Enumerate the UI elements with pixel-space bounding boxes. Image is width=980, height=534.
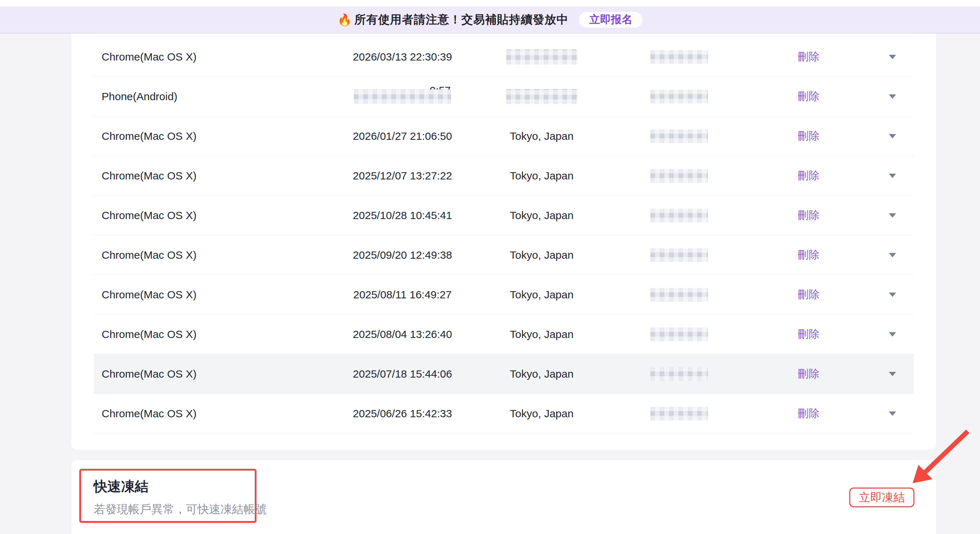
table-row: Chrome(Mac OS X) 2025/06/26 15:42:33 Tok… — [94, 394, 914, 434]
chevron-down-icon[interactable] — [889, 292, 896, 297]
top-strip — [0, 0, 980, 6]
delete-link[interactable]: 刪除 — [798, 248, 820, 262]
quick-freeze-card: 快速凍結 若發現帳戶異常，可快速凍結帳號 立即凍結 — [72, 460, 936, 534]
device-label: Chrome(Mac OS X) — [94, 315, 333, 354]
device-label: Phone(Android) — [94, 77, 333, 116]
ip-address — [612, 275, 746, 314]
blurred-ip-address — [650, 169, 708, 183]
quick-freeze-description: 若發現帳戶異常，可快速凍結帳號 — [94, 502, 267, 517]
delete-link[interactable]: 刪除 — [798, 287, 820, 302]
table-row: Chrome(Mac OS X) 2025/07/18 15:44:06 Tok… — [94, 354, 914, 394]
ip-address — [612, 156, 746, 195]
ip-address — [612, 394, 746, 433]
chevron-down-icon[interactable] — [889, 372, 896, 376]
login-location — [472, 37, 612, 76]
device-label: Chrome(Mac OS X) — [94, 116, 333, 156]
delete-link[interactable]: 刪除 — [798, 49, 820, 64]
login-time: 2026/03/13 22:30:39 — [333, 37, 472, 76]
login-location: Tokyo, Japan — [472, 235, 612, 275]
login-time: 2025/09/20 12:49:38 — [333, 235, 472, 275]
device-label: Chrome(Mac OS X) — [94, 354, 333, 394]
blurred-ip-address — [650, 367, 708, 381]
login-time: 2025/12/07 13:27:22 — [333, 156, 472, 195]
delete-link[interactable]: 刪除 — [798, 366, 820, 381]
announcement-text: 🔥 所有使用者請注意！交易補貼持續發放中 — [337, 12, 568, 28]
freeze-now-button[interactable]: 立即凍結 — [849, 488, 915, 507]
table-row: Chrome(Mac OS X) 2025/08/11 16:49:27 Tok… — [94, 275, 914, 315]
ip-address — [612, 235, 746, 275]
ip-address — [612, 37, 746, 76]
table-row: Chrome(Mac OS X) 2025/08/04 13:26:40 Tok… — [94, 315, 914, 354]
device-label: Chrome(Mac OS X) — [94, 235, 333, 275]
delete-link[interactable]: 刪除 — [798, 327, 820, 342]
device-label: Chrome(Mac OS X) — [94, 195, 333, 235]
ip-address — [612, 195, 746, 235]
chevron-down-icon[interactable] — [889, 55, 896, 59]
table-rows: Chrome(Mac OS X) 2026/03/13 22:30:39 刪除 … — [94, 37, 914, 434]
ip-address — [612, 354, 746, 394]
devices-table: Chrome(Mac OS X) 2026/03/13 22:30:39 刪除 … — [72, 33, 936, 434]
login-time: 2025/07/18 15:44:06 — [333, 354, 472, 394]
table-row: Chrome(Mac OS X) 2025/09/20 12:49:38 Tok… — [94, 235, 914, 275]
blurred-ip-address — [650, 50, 708, 64]
table-row: Chrome(Mac OS X) 2025/12/07 13:27:22 Tok… — [94, 156, 914, 195]
login-time: 2025/10/28 10:45:41 — [333, 195, 472, 235]
blurred-ip-address — [650, 129, 708, 143]
fire-icon: 🔥 — [337, 13, 352, 27]
blurred-ip-address — [650, 90, 708, 103]
chevron-down-icon[interactable] — [889, 213, 896, 218]
blurred-ip-address — [650, 407, 708, 421]
login-location: Tokyo, Japan — [472, 116, 612, 156]
chevron-down-icon[interactable] — [889, 412, 896, 416]
table-row: Chrome(Mac OS X) 2025/10/28 10:45:41 Tok… — [94, 195, 914, 235]
chevron-down-icon[interactable] — [889, 134, 896, 138]
login-time: 2025/08/04 13:26:40 — [333, 315, 472, 354]
blurred-ip-address — [650, 209, 708, 222]
blurred-location — [506, 89, 578, 104]
delete-link[interactable]: 刪除 — [798, 406, 820, 421]
announcement-banner: 🔥 所有使用者請注意！交易補貼持續發放中 立即报名 — [0, 6, 980, 33]
delete-link[interactable]: 刪除 — [798, 89, 820, 104]
devices-table-card: Chrome(Mac OS X) 2026/03/13 22:30:39 刪除 … — [72, 33, 936, 450]
announcement-text-label: 所有使用者請注意！交易補貼持續發放中 — [354, 12, 568, 28]
device-label: Chrome(Mac OS X) — [94, 275, 333, 314]
delete-link[interactable]: 刪除 — [798, 168, 820, 183]
login-time: 0:57 — [333, 77, 472, 116]
login-time: 2025/08/11 16:49:27 — [333, 275, 472, 314]
login-location: Tokyo, Japan — [472, 156, 612, 195]
device-label: Chrome(Mac OS X) — [94, 156, 333, 195]
ip-address — [612, 315, 746, 354]
blurred-ip-address — [650, 327, 708, 341]
login-location: Tokyo, Japan — [472, 394, 612, 433]
login-time: 2025/06/26 15:42:33 — [333, 394, 472, 433]
blurred-login-time — [354, 89, 451, 104]
device-label: Chrome(Mac OS X) — [94, 37, 333, 76]
login-location: Tokyo, Japan — [472, 354, 612, 394]
chevron-down-icon[interactable] — [889, 94, 896, 99]
login-location: Tokyo, Japan — [472, 315, 612, 354]
chevron-down-icon[interactable] — [889, 332, 896, 337]
ip-address — [612, 116, 746, 156]
login-time: 2026/01/27 21:06:50 — [333, 116, 472, 156]
table-row: Chrome(Mac OS X) 2026/03/13 22:30:39 刪除 — [94, 37, 914, 77]
ip-address — [612, 77, 746, 116]
table-row: Chrome(Mac OS X) 2026/01/27 21:06:50 Tok… — [94, 116, 914, 156]
chevron-down-icon[interactable] — [889, 174, 896, 178]
quick-freeze-title: 快速凍結 — [94, 477, 148, 496]
login-location: Tokyo, Japan — [472, 275, 612, 314]
table-row: Phone(Android) 0:57 刪除 — [94, 77, 914, 116]
device-label: Chrome(Mac OS X) — [94, 394, 333, 433]
blurred-location — [506, 49, 578, 65]
delete-link[interactable]: 刪除 — [798, 129, 820, 143]
blurred-ip-address — [650, 248, 708, 262]
login-location: Tokyo, Japan — [472, 195, 612, 235]
signup-now-button[interactable]: 立即报名 — [579, 12, 643, 28]
table-divider — [94, 33, 914, 37]
chevron-down-icon[interactable] — [889, 253, 896, 257]
blurred-ip-address — [650, 288, 708, 302]
login-location — [472, 77, 612, 116]
delete-link[interactable]: 刪除 — [798, 208, 820, 222]
